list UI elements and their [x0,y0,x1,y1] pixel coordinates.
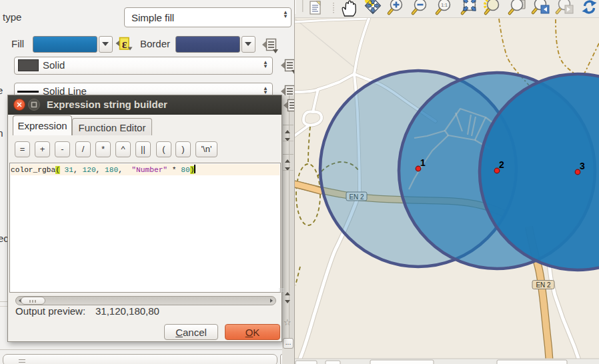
svg-text:1:1: 1:1 [441,3,448,7]
svg-text:2: 2 [499,159,504,170]
svg-text:1: 1 [420,157,426,168]
svg-text:3: 3 [580,161,585,171]
svg-text:ε: ε [122,37,127,51]
svg-text:EN 2: EN 2 [536,281,551,289]
